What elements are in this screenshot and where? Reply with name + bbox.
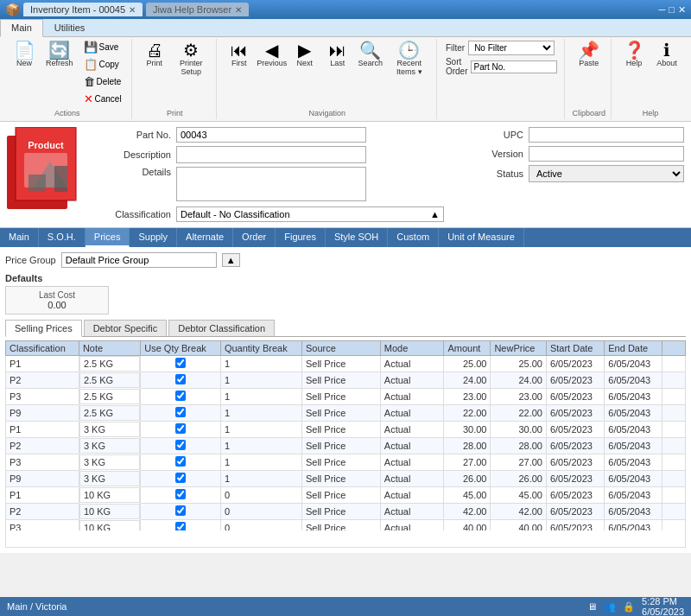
next-button[interactable]: ▶ Next <box>289 39 320 70</box>
table-row[interactable]: P1 3 KG1Sell PriceActual30.0030.006/05/2… <box>6 422 686 438</box>
sort-order-input[interactable] <box>471 60 557 73</box>
cell-classification: P2 <box>6 438 79 454</box>
copy-button[interactable]: 📋 Copy <box>79 56 126 73</box>
upc-input[interactable] <box>529 127 684 143</box>
cell-use-qty[interactable] <box>141 372 221 389</box>
save-button[interactable]: 💾 Save <box>79 39 126 55</box>
sub-tab-debtor-classification[interactable]: Debtor Classification <box>168 320 275 336</box>
new-button[interactable]: 📄 New <box>9 39 40 70</box>
form-area: Product Part No. Description Details Cla… <box>0 122 691 228</box>
use-qty-checkbox[interactable] <box>175 391 186 401</box>
description-input[interactable] <box>176 146 366 163</box>
table-row[interactable]: P3 10 KG0Sell PriceActual40.0040.006/05/… <box>6 520 686 531</box>
use-qty-checkbox[interactable] <box>175 522 186 530</box>
cell-use-qty[interactable] <box>141 471 221 487</box>
table-row[interactable]: P2 2.5 KG1Sell PriceActual24.0024.006/05… <box>6 372 686 389</box>
use-qty-checkbox[interactable] <box>175 440 186 450</box>
cell-note: 10 KG <box>79 504 140 519</box>
tab-prices[interactable]: Prices <box>86 228 130 247</box>
tab-inventory-label: Inventory Item - 00045 <box>30 4 125 15</box>
filter-select[interactable]: No Filter <box>468 41 555 55</box>
part-no-input[interactable] <box>176 127 366 143</box>
price-group-btn[interactable]: ▲ <box>222 253 240 267</box>
cell-use-qty[interactable] <box>141 356 221 372</box>
sub-tab-selling-prices[interactable]: Selling Prices <box>5 320 82 337</box>
table-row[interactable]: P3 3 KG1Sell PriceActual27.0027.006/05/2… <box>6 454 686 471</box>
table-row[interactable]: P2 10 KG0Sell PriceActual42.0042.006/05/… <box>6 504 686 520</box>
cell-use-qty[interactable] <box>141 454 221 471</box>
first-button[interactable]: ⏮ First <box>224 39 255 70</box>
cell-use-qty[interactable] <box>141 389 221 405</box>
paste-button[interactable]: 📌 Paste <box>574 39 605 70</box>
window-minimize[interactable]: ─ <box>659 4 666 15</box>
ribbon-tab-utilities[interactable]: Utilities <box>43 19 96 36</box>
use-qty-checkbox[interactable] <box>175 505 186 516</box>
cancel-button[interactable]: ✕ Cancel <box>79 91 126 107</box>
price-group-input[interactable] <box>61 252 217 268</box>
cell-action <box>662 487 686 504</box>
tab-alternate[interactable]: Alternate <box>177 228 233 247</box>
tab-close-jiwa[interactable]: ✕ <box>235 5 242 15</box>
previous-button[interactable]: ◀ Previous <box>257 39 288 70</box>
cell-use-qty[interactable] <box>141 422 221 438</box>
table-row[interactable]: P9 2.5 KG1Sell PriceActual22.0022.006/05… <box>6 405 686 422</box>
classification-dropdown-icon: ▲ <box>430 209 440 219</box>
tab-unit-of-measure[interactable]: Unit of Measure <box>439 228 524 247</box>
tab-main[interactable]: Main <box>0 228 39 247</box>
window-close[interactable]: ✕ <box>678 4 686 16</box>
cell-use-qty[interactable] <box>141 520 221 531</box>
help-button[interactable]: ❓ Help <box>618 39 650 70</box>
th-end-date: End Date <box>605 341 662 356</box>
sub-tab-debtor-specific[interactable]: Debtor Specific <box>84 320 168 336</box>
use-qty-checkbox[interactable] <box>175 407 186 417</box>
tab-jiwa-help[interactable]: Jiwa Help Browser ✕ <box>146 3 249 16</box>
last-button[interactable]: ⏭ Last <box>322 39 353 70</box>
ribbon-tab-main[interactable]: Main <box>0 19 43 37</box>
use-qty-checkbox[interactable] <box>175 456 186 467</box>
about-button[interactable]: ℹ About <box>651 39 682 70</box>
details-row: Details <box>102 167 467 201</box>
cell-new-price: 25.00 <box>491 356 547 372</box>
search-button[interactable]: 🔍 Search <box>355 39 386 70</box>
tab-order[interactable]: Order <box>233 228 276 247</box>
tab-figures[interactable]: Figures <box>276 228 326 247</box>
table-row[interactable]: P9 3 KG1Sell PriceActual26.0026.006/05/2… <box>6 471 686 487</box>
new-icon: 📄 <box>14 41 35 59</box>
status-icon-3: 🔒 <box>623 601 635 613</box>
cell-use-qty[interactable] <box>141 438 221 454</box>
delete-button[interactable]: 🗑 Delete <box>79 73 126 90</box>
tab-style-soh[interactable]: Style SOH <box>326 228 388 247</box>
classification-select[interactable]: Default - No Classification ▲ <box>176 206 444 222</box>
search-label: Search <box>358 59 384 67</box>
status-icon-1: 🖥 <box>587 601 597 612</box>
use-qty-checkbox[interactable] <box>175 473 186 483</box>
cell-start-date: 6/05/2023 <box>546 520 604 531</box>
print-button[interactable]: 🖨 Print <box>139 39 170 70</box>
use-qty-checkbox[interactable] <box>175 423 186 434</box>
table-row[interactable]: P3 2.5 KG1Sell PriceActual23.0023.006/05… <box>6 389 686 405</box>
refresh-button[interactable]: 🔄 Refresh <box>41 39 78 70</box>
window-maximize[interactable]: □ <box>669 4 675 15</box>
tab-custom[interactable]: Custom <box>388 228 439 247</box>
tab-inventory-item[interactable]: Inventory Item - 00045 ✕ <box>23 3 143 16</box>
table-row[interactable]: P1 2.5 KG1Sell PriceActual25.0025.006/05… <box>6 356 686 372</box>
ribbon-tabs: Main Utilities <box>0 19 691 37</box>
cell-use-qty[interactable] <box>141 405 221 422</box>
version-input[interactable] <box>529 146 684 162</box>
tab-close-inventory[interactable]: ✕ <box>129 5 136 15</box>
cell-use-qty[interactable] <box>141 504 221 520</box>
upc-row: UPC <box>476 127 684 143</box>
recent-items-button[interactable]: 🕒 Recent Items ▾ <box>388 39 431 79</box>
table-row[interactable]: P2 3 KG1Sell PriceActual28.0028.006/05/2… <box>6 438 686 454</box>
cell-use-qty[interactable] <box>141 487 221 504</box>
printer-setup-button[interactable]: ⚙ Printer Setup <box>172 39 211 79</box>
cell-amount: 25.00 <box>444 356 491 372</box>
status-select[interactable]: Active Inactive <box>529 165 684 182</box>
use-qty-checkbox[interactable] <box>175 374 186 384</box>
use-qty-checkbox[interactable] <box>175 358 186 368</box>
use-qty-checkbox[interactable] <box>175 489 186 499</box>
details-textarea[interactable] <box>176 167 366 201</box>
table-row[interactable]: P1 10 KG0Sell PriceActual45.0045.006/05/… <box>6 487 686 504</box>
tab-supply[interactable]: Supply <box>130 228 177 247</box>
tab-soh[interactable]: S.O.H. <box>39 228 86 247</box>
